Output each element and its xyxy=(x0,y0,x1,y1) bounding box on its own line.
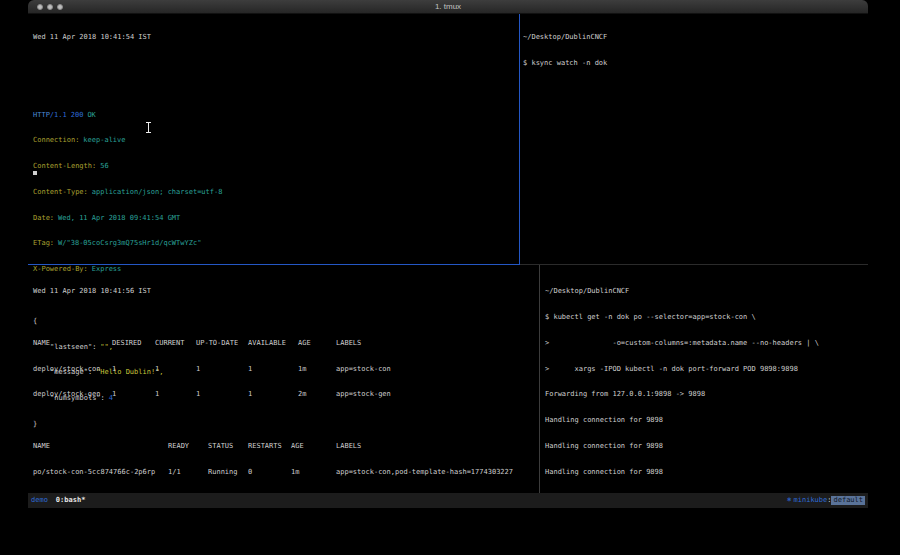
cell: deploy/stock-con xyxy=(33,365,112,374)
http-header-line: Connection:keep-alive xyxy=(33,136,517,145)
command-line: > xargs -IPOD kubectl -n dok port-forwar… xyxy=(545,365,866,374)
cwd-label: ~/Desktop/DublinCNCF xyxy=(545,287,866,296)
command-line: > -o=custom-columns=:metadata.name --no-… xyxy=(545,339,866,348)
header-value: keep-alive xyxy=(83,136,125,144)
col-header: LABELS xyxy=(336,442,537,451)
http-header-line: ETag:W/"38-05coCsrg3mQ75sHr1d/qcWTwYZc" xyxy=(33,239,517,248)
col-header: UP-TO-DATE xyxy=(196,339,248,348)
table-row: deploy/stock-gen11112mapp=stock-gen xyxy=(33,390,537,399)
output-line: Handling connection for 9898 xyxy=(545,416,866,425)
http-header-line: Content-Type:application/json; charset=u… xyxy=(33,188,517,197)
col-header: NAME xyxy=(33,442,168,451)
cwd-label: ~/Desktop/DublinCNCF xyxy=(523,33,866,42)
http-header-line: Date:Wed, 11 Apr 2018 09:41:54 GMT xyxy=(33,214,517,223)
terminal-window: 1. tmux Wed 11 Apr 2018 10:41:54 IST HTT… xyxy=(28,0,868,508)
zoom-button-icon[interactable] xyxy=(57,4,63,10)
timestamp: Wed 11 Apr 2018 10:41:56 IST xyxy=(33,287,537,296)
col-header: RESTARTS xyxy=(248,442,291,451)
tmux-terminal: Wed 11 Apr 2018 10:41:54 IST HTTP/1.1200… xyxy=(28,14,868,508)
http-status-line: HTTP/1.1200OK xyxy=(33,111,517,120)
cell: 1m xyxy=(291,468,336,477)
col-header: AGE xyxy=(298,339,336,348)
pods-header-row: NAMEREADYSTATUSRESTARTSAGELABELS xyxy=(33,442,537,451)
cell: 1 xyxy=(248,365,298,374)
traffic-lights xyxy=(37,4,63,10)
table-row: po/stock-con-5cc874766c-2p6rp1/1Running0… xyxy=(33,468,537,477)
close-button-icon[interactable] xyxy=(37,4,43,10)
command-line: $ ksync watch -n dok xyxy=(523,59,866,68)
terminal-cursor xyxy=(33,171,37,175)
col-header: AGE xyxy=(291,442,336,451)
pane-divider-horizontal[interactable] xyxy=(520,264,868,265)
output-line: Forwarding from 127.0.0.1:9898 -> 9898 xyxy=(545,390,866,399)
kube-namespace-badge: default xyxy=(831,496,865,505)
http-version: /1.1 xyxy=(50,111,67,119)
cell: 1 xyxy=(248,390,298,399)
header-name: Connection: xyxy=(33,136,79,144)
cell: app=stock-gen xyxy=(336,390,537,399)
header-value: application/json; charset=utf-8 xyxy=(92,188,223,196)
http-protocol: HTTP xyxy=(33,111,50,119)
status-right: ⎈ minikube : default xyxy=(787,496,865,505)
cell: 1 xyxy=(155,365,196,374)
cell: 2m xyxy=(298,390,336,399)
kube-context: minikube xyxy=(794,496,828,505)
col-header: READY xyxy=(168,442,208,451)
minimize-button-icon[interactable] xyxy=(47,4,53,10)
col-header: CURRENT xyxy=(155,339,196,348)
cell: po/stock-con-5cc874766c-2p6rp xyxy=(33,468,168,477)
header-name: Content-Type: xyxy=(33,188,88,196)
cell: app=stock-con,pod-template-hash=17743032… xyxy=(336,468,537,477)
timestamp: Wed 11 Apr 2018 10:41:54 IST xyxy=(33,33,517,42)
command-line: $ kubectl get -n dok po --selector=app=s… xyxy=(545,313,866,322)
col-header: AVAILABLE xyxy=(248,339,298,348)
session-name: demo xyxy=(31,496,48,505)
cell: 1m xyxy=(298,365,336,374)
window-titlebar[interactable]: 1. tmux xyxy=(28,0,868,14)
pane-ksync[interactable]: ~/Desktop/DublinCNCF $ ksync watch -n do… xyxy=(523,16,866,85)
pane-divider-vertical-top[interactable] xyxy=(519,14,520,265)
cell: 1/1 xyxy=(168,468,208,477)
output-line: Handling connection for 9898 xyxy=(545,442,866,451)
col-header: NAME xyxy=(33,339,112,348)
cell: 1 xyxy=(196,390,248,399)
kubernetes-helm-icon: ⎈ xyxy=(787,496,792,505)
cell: 1 xyxy=(112,390,155,399)
cell: deploy/stock-gen xyxy=(33,390,112,399)
http-header-line: Content-Length:56 xyxy=(33,162,517,171)
header-name: Content-Length: xyxy=(33,162,96,170)
pane-port-forward[interactable]: ~/Desktop/DublinCNCF $ kubectl get -n do… xyxy=(545,270,866,508)
http-status-code: 200 xyxy=(71,111,84,119)
cell: 0 xyxy=(248,468,291,477)
output-line: Handling connection for 9898 xyxy=(545,468,866,477)
window-title: 1. tmux xyxy=(28,0,868,14)
col-header: LABELS xyxy=(336,339,537,348)
header-name: ETag: xyxy=(33,239,54,247)
tmux-status-bar: demo 0:bash* ⎈ minikube : default xyxy=(28,493,868,508)
cell: 1 xyxy=(196,365,248,374)
cell: 1 xyxy=(112,365,155,374)
cell: 1 xyxy=(155,390,196,399)
table-row: deploy/stock-con11111mapp=stock-con xyxy=(33,365,537,374)
window-tab-bash[interactable]: 0:bash* xyxy=(56,496,86,505)
header-value: Wed, 11 Apr 2018 09:41:54 GMT xyxy=(58,214,180,222)
pane-divider-vertical-bottom[interactable] xyxy=(539,265,540,493)
header-value: W/"38-05coCsrg3mQ75sHr1d/qcWTwYZc" xyxy=(58,239,201,247)
mouse-ibeam-cursor xyxy=(148,123,149,132)
cell: app=stock-con xyxy=(336,365,537,374)
pane-kubectl-get[interactable]: Wed 11 Apr 2018 10:41:56 IST NAMEDESIRED… xyxy=(33,270,537,508)
col-header: STATUS xyxy=(208,442,248,451)
cell: Running xyxy=(208,468,248,477)
header-name: Date: xyxy=(33,214,54,222)
pane-divider-horizontal-active[interactable] xyxy=(28,264,520,265)
header-value: 56 xyxy=(100,162,108,170)
http-status-reason: OK xyxy=(87,111,95,119)
col-header: DESIRED xyxy=(112,339,155,348)
deployments-header-row: NAMEDESIREDCURRENTUP-TO-DATEAVAILABLEAGE… xyxy=(33,339,537,348)
